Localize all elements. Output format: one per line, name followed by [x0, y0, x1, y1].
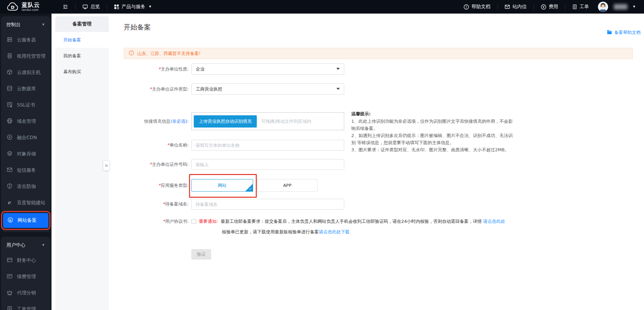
nav-products[interactable]: 产品与服务 ▼ [114, 4, 151, 10]
card-icon [7, 273, 13, 280]
topbar-tickets-label: 工单 [580, 4, 589, 10]
brand-logo[interactable]: D 蓝队云 landui.com [0, 2, 60, 12]
notice-detail-link[interactable]: 请点击此处 [483, 218, 505, 225]
service-type-website[interactable]: 网站 ✓ [191, 179, 253, 192]
sidebar-item-label: 云虚拟主机 [17, 70, 41, 76]
sidebar-item-label: 续费管理 [17, 274, 36, 280]
sidebar-item-domain[interactable]: 域名管理 [1, 113, 50, 130]
domain-input[interactable] [191, 199, 344, 210]
sidebar-item-finance[interactable]: 财务中心 [1, 252, 50, 269]
submenu-collapse-handle[interactable]: ≡ [103, 160, 110, 171]
user-name-redacted [614, 4, 627, 9]
chevron-down-icon [336, 88, 340, 90]
sidebar-item-label: 网站备案 [18, 217, 37, 224]
download-form-link[interactable]: 请点击此处下载 [319, 229, 350, 234]
sidebar-item-reseller[interactable]: 代理分销 [1, 285, 50, 301]
verify-button[interactable]: 验证 [191, 249, 211, 259]
topbar-tickets[interactable]: 工单 [572, 4, 589, 10]
upload-license-button[interactable]: 上传营业执照自动识别填充 [194, 115, 257, 128]
submenu-item-my-filings[interactable]: 我的备案 [55, 48, 109, 64]
sidebar-item-site-builder[interactable]: e 百度智能建站 [1, 195, 50, 211]
svg-text:备: 备 [9, 219, 12, 222]
warning-banner: ! 山东、江苏、西藏暂不支持备案! [124, 48, 633, 59]
envelope-icon [7, 167, 13, 174]
nav-overview[interactable]: 总览 [82, 4, 100, 10]
org-name-input[interactable] [191, 140, 344, 151]
user-menu[interactable]: ▼ [598, 2, 635, 12]
sidebar-item-label: 短信服务 [17, 167, 36, 173]
sidebar-item-website-filing[interactable]: 备 网站备案 [3, 213, 48, 228]
filing-help-docs-label: 备案帮助文档 [614, 30, 641, 36]
sidebar-section-user-center[interactable]: 用户中心 ▼ [1, 238, 50, 252]
svg-text:!: ! [131, 51, 132, 55]
sidebar-item-ticket-management[interactable]: 工单管理 [1, 301, 50, 310]
service-type-app[interactable]: APP [257, 179, 317, 192]
tips-item: 1、此处上传识别功能为非必选项，仅作为识别图片文字后快捷填充的作用，不会影响后续… [351, 118, 514, 132]
tips-item: 2、如遇到上传识别多次后仍提示：图片被编辑、图片不合法、识别不成功、无法识别 等… [351, 132, 514, 146]
important-notice-label: 重要通知: [199, 218, 218, 225]
sidebar-item-renewal[interactable]: 续费管理 [1, 269, 50, 285]
globe-icon [7, 118, 13, 125]
layers-icon [7, 151, 13, 157]
cert-type-value: 工商营业执照 [196, 86, 222, 92]
sidebar-section-console[interactable]: 控制台 ▼ [1, 18, 50, 32]
sidebar-item-label: SSL证书 [17, 102, 35, 108]
filing-help-docs-link[interactable]: 备案帮助文档 [607, 30, 641, 36]
sidebar-item-label: 工单管理 [17, 306, 36, 310]
org-name-label: *单位名称: [124, 142, 189, 148]
monitor-icon [82, 4, 88, 9]
submenu-item-curtain-purchase[interactable]: 幕布购买 [55, 64, 109, 80]
console-page: D 蓝队云 landui.com 总览 [0, 0, 644, 310]
sidebar-item-ddos[interactable]: 攻击防御 [1, 178, 50, 195]
page-title: 开始备案 [124, 23, 151, 32]
sidebar: 控制台 ▼ 云服务器 租用托管管理 云虚拟主机 云数据库 SSL证书 [0, 14, 51, 310]
sidebar-item-label: 租用托管管理 [17, 53, 45, 59]
agreement-label: *用户协议书: [124, 218, 189, 225]
license-dropzone[interactable]: 上传营业执照自动识别填充 可拖拽|移动文件到区域内 [191, 112, 344, 130]
nav-overview-label: 总览 [90, 4, 100, 10]
warning-text: 山东、江苏、西藏暂不支持备案! [137, 51, 201, 57]
brand-domain: landui.com [22, 8, 40, 12]
sidebar-item-object-storage[interactable]: 对象存储 [1, 146, 50, 162]
sidebar-item-cloud-database[interactable]: 云数据库 [1, 81, 50, 97]
sidebar-item-hosting[interactable]: 租用托管管理 [1, 48, 50, 64]
drag-hint: 可拖拽|移动文件到区域内 [261, 118, 311, 124]
sidebar-item-label: 云数据库 [17, 86, 36, 92]
tips-item: 3、图片要求：证件类型对应、无水印、图片完整、画质清晰、大小不超过2MB。 [351, 146, 514, 153]
document-icon [7, 306, 13, 310]
sidebar-item-sms[interactable]: 短信服务 [1, 162, 50, 178]
grid-icon [114, 4, 119, 9]
yen-circle-icon: ¥ [541, 4, 546, 10]
sidebar-section-console-label: 控制台 [6, 22, 21, 28]
topbar-help-docs[interactable]: ? 帮助文档 [463, 4, 491, 10]
chevron-down-icon: ▼ [42, 23, 44, 26]
sidebar-item-virtual-host[interactable]: 云虚拟主机 [1, 64, 50, 81]
org-nature-select[interactable]: 企业 [191, 63, 344, 75]
svg-text:?: ? [465, 5, 467, 8]
sidebar-item-cdn[interactable]: 融合CDN [1, 130, 50, 146]
agreement-checkbox[interactable] [191, 219, 196, 224]
crown-icon [7, 290, 13, 296]
sidebar-item-label: 财务中心 [17, 257, 36, 264]
topbar-messages-label: 站内信 [513, 4, 527, 10]
sidebar-section-user-center-label: 用户中心 [6, 242, 25, 248]
wallet-icon [7, 257, 13, 264]
cert-type-select[interactable]: 工商营业执照 [191, 83, 344, 95]
topbar-billing[interactable]: ¥ 费用 [541, 4, 558, 10]
sidebar-collapse-icon[interactable] [62, 4, 68, 9]
submenu-item-start-filing[interactable]: 开始备案 [55, 32, 109, 48]
sidebar-item-ssl-cert[interactable]: SSL证书 [1, 97, 50, 113]
mail-icon [504, 4, 510, 9]
domain-label: *待备案域名: [124, 201, 189, 207]
topbar-billing-label: 费用 [549, 4, 558, 10]
cube-icon [7, 69, 13, 76]
chevron-down-icon [336, 68, 340, 70]
sidebar-item-label: 融合CDN [17, 135, 37, 141]
sidebar-item-label: 对象存储 [17, 151, 36, 157]
sidebar-item-cloud-server[interactable]: 云服务器 [1, 32, 50, 48]
divider [534, 4, 534, 10]
brand-name: 蓝队云 [22, 2, 40, 8]
cert-number-input[interactable] [191, 159, 344, 170]
topbar-messages[interactable]: 站内信 [504, 4, 527, 10]
sidebar-item-label: 域名管理 [17, 118, 36, 124]
